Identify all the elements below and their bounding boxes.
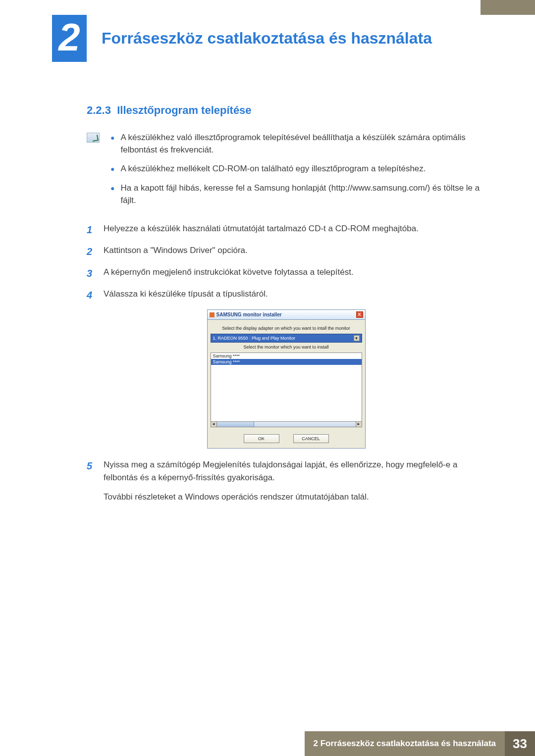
note-text: A készülékhez mellékelt CD-ROM-on találh… — [120, 163, 426, 175]
note-bullet-item: ● Ha a kapott fájl hibás, keresse fel a … — [110, 182, 485, 206]
cancel-button[interactable]: CANCEL — [293, 434, 329, 443]
step-number: 4 — [87, 288, 96, 302]
note-block: ● A készülékhez való illesztőprogramok t… — [87, 132, 485, 213]
chapter-header: 2 Forráseszköz csatlakoztatása és haszná… — [52, 15, 535, 62]
bullet-dot-icon: ● — [110, 163, 114, 175]
adapter-label: Select the display adapter on which you … — [211, 326, 362, 331]
step-4: 4 Válassza ki készüléke típusát a típusl… — [87, 288, 485, 302]
step-text: Válassza ki készüléke típusát a típuslis… — [104, 288, 485, 301]
list-item[interactable]: Samsung **** — [211, 353, 362, 359]
window-body: Select the display adapter on which you … — [208, 320, 365, 448]
window-titlebar: SAMSUNG monitor installer X — [208, 310, 365, 320]
note-text: A készülékhez való illesztőprogramok tel… — [120, 132, 485, 156]
scroll-left-icon[interactable]: ◄ — [211, 422, 217, 427]
top-accent-stripe — [481, 0, 535, 15]
ok-button[interactable]: OK — [244, 434, 279, 443]
dropdown-value: 1. RADEON 9550 : Plug and Play Monitor — [213, 336, 296, 341]
page-footer: 2 Forráseszköz csatlakoztatása és haszná… — [0, 731, 535, 756]
step-5: 5 Nyissa meg a számítógép Megjelenítés t… — [87, 458, 485, 484]
step-5-extra: További részleteket a Windows operációs … — [104, 491, 485, 504]
scroll-track[interactable] — [217, 422, 356, 427]
step-text: Kattintson a "Windows Driver" opcióra. — [104, 244, 485, 257]
window-title: SAMSUNG monitor installer — [216, 312, 282, 317]
button-row: OK CANCEL — [211, 434, 362, 443]
horizontal-scrollbar[interactable]: ◄ ► — [211, 421, 362, 427]
monitor-listbox[interactable]: Samsung **** Samsung **** — [211, 353, 362, 422]
page-content: 2.2.3 Illesztőprogram telepítése ● A kés… — [87, 104, 485, 504]
scroll-right-icon[interactable]: ► — [356, 422, 362, 427]
chapter-title: Forráseszköz csatlakoztatása és használa… — [102, 29, 432, 48]
app-icon — [210, 312, 214, 317]
section-heading: 2.2.3 Illesztőprogram telepítése — [87, 104, 485, 117]
footer-chapter-label: 2 Forráseszköz csatlakoztatása és haszná… — [305, 731, 505, 756]
note-text: Ha a kapott fájl hibás, keresse fel a Sa… — [120, 182, 485, 206]
footer-page-number: 33 — [505, 731, 535, 756]
bullet-dot-icon: ● — [110, 182, 114, 194]
list-item-selected[interactable]: Samsung **** — [211, 359, 362, 365]
step-text: Helyezze a készülék használati útmutatój… — [104, 222, 485, 235]
note-bullet-item: ● A készülékhez való illesztőprogramok t… — [110, 132, 485, 156]
monitor-label: Select the monitor which you want to ins… — [211, 345, 362, 350]
step-number: 2 — [87, 244, 96, 259]
step-text: A képernyőn megjelenő instrukciókat köve… — [104, 266, 485, 279]
close-icon[interactable]: X — [356, 311, 363, 318]
note-bullet-list: ● A készülékhez való illesztőprogramok t… — [110, 132, 485, 213]
step-2: 2 Kattintson a "Windows Driver" opcióra. — [87, 244, 485, 259]
note-icon — [87, 133, 100, 143]
step-3: 3 A képernyőn megjelenő instrukciókat kö… — [87, 266, 485, 281]
bullet-dot-icon: ● — [110, 132, 114, 144]
step-number: 5 — [87, 458, 96, 473]
note-bullet-item: ● A készülékhez mellékelt CD-ROM-on talá… — [110, 163, 485, 175]
step-text: Nyissa meg a számítógép Megjelenítés tul… — [104, 458, 485, 484]
step-number: 1 — [87, 222, 96, 237]
adapter-dropdown[interactable]: 1. RADEON 9550 : Plug and Play Monitor ▼ — [211, 334, 362, 343]
chapter-number: 2 — [52, 15, 87, 62]
chevron-down-icon[interactable]: ▼ — [354, 335, 360, 341]
scroll-thumb[interactable] — [217, 422, 254, 427]
step-number: 3 — [87, 266, 96, 281]
section-title: Illesztőprogram telepítése — [117, 104, 251, 116]
section-number: 2.2.3 — [87, 104, 111, 116]
installer-screenshot: SAMSUNG monitor installer X Select the d… — [207, 309, 366, 449]
step-1: 1 Helyezze a készülék használati útmutat… — [87, 222, 485, 237]
